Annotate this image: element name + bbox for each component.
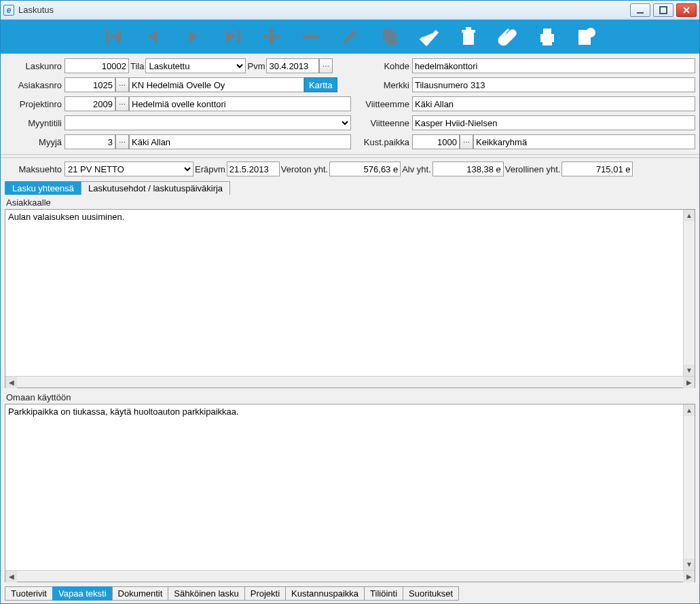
svg-marker-5 xyxy=(189,30,198,43)
scroll-up-icon[interactable]: ▲ xyxy=(684,210,695,221)
scroll-down-icon[interactable]: ▼ xyxy=(684,364,695,376)
maksuehto-select[interactable]: 21 PV NETTO xyxy=(65,162,194,176)
kohde-label: Kohde xyxy=(351,61,412,71)
print-icon[interactable] xyxy=(534,23,561,50)
alv-label: Alv yht. xyxy=(401,164,432,174)
pvm-input[interactable] xyxy=(266,58,319,73)
scroll-right-icon[interactable]: ▶ xyxy=(683,377,695,388)
kustpaikka-lookup-button[interactable]: ⋯ xyxy=(460,134,473,149)
alv-input[interactable] xyxy=(432,162,504,176)
viitteenne-label: Viitteenne xyxy=(351,118,412,128)
kartta-button[interactable]: Kartta xyxy=(304,77,337,92)
merkki-input[interactable] xyxy=(412,77,695,92)
tab-dokumentit[interactable]: Dokumentit xyxy=(112,586,169,601)
next-record-icon[interactable] xyxy=(179,23,206,50)
scroll-down-icon[interactable]: ▼ xyxy=(684,559,695,570)
kustpaikka-label: Kust.paikka xyxy=(351,137,412,147)
svg-marker-6 xyxy=(225,30,236,43)
add-icon[interactable] xyxy=(258,23,285,50)
merkki-label: Merkki xyxy=(351,80,412,90)
tab-sahkoinen-lasku[interactable]: Sähköinen lasku xyxy=(168,586,244,601)
projektinro-lookup-button[interactable]: ⋯ xyxy=(115,96,129,111)
asiakasnro-label: Asiakasnro xyxy=(5,80,65,90)
minimize-button[interactable] xyxy=(630,3,650,17)
asiakas-name-input[interactable] xyxy=(129,77,304,92)
tab-projekti[interactable]: Projekti xyxy=(244,586,286,601)
svg-rect-16 xyxy=(466,27,471,30)
content-area: Laskunro Tila Laskutettu Pvm ⋯ Kohde Asi… xyxy=(1,54,699,603)
bottom-tabs: Tuoterivit Vapaa teksti Dokumentit Sähkö… xyxy=(1,584,699,603)
prev-record-icon[interactable] xyxy=(140,23,167,50)
tab-tuoterivit[interactable]: Tuoterivit xyxy=(5,586,53,601)
asiakkaalle-textarea[interactable]: Aulan valaisuksen uusiminen. xyxy=(5,210,695,376)
scroll-left-icon[interactable]: ◀ xyxy=(5,377,17,388)
titlebar: e Laskutus xyxy=(1,1,699,20)
horizontal-scrollbar[interactable]: ◀ ▶ xyxy=(5,570,695,582)
first-record-icon[interactable] xyxy=(100,23,128,50)
subtab-laskutusehdot[interactable]: Laskutusehdot / laskutuspäiväkirja xyxy=(81,181,230,195)
maksuehto-label: Maksuehto xyxy=(5,164,65,174)
svg-rect-13 xyxy=(387,33,397,45)
tab-vapaa-teksti[interactable]: Vapaa teksti xyxy=(52,586,113,601)
last-record-icon[interactable] xyxy=(219,23,246,50)
asiakkaalle-textarea-wrap: Aulan valaisuksen uusiminen. ▲ ▼ ◀ ▶ xyxy=(5,209,695,388)
asiakkaalle-label: Asiakkaalle xyxy=(5,196,695,209)
viitteemme-input[interactable] xyxy=(412,96,695,111)
copy-icon[interactable] xyxy=(376,23,403,50)
myyja-name-input[interactable] xyxy=(129,134,351,149)
kohde-input[interactable] xyxy=(412,58,695,73)
svg-rect-1 xyxy=(660,7,667,14)
app-icon: e xyxy=(3,5,14,16)
projektinro-label: Projektinro xyxy=(5,99,65,109)
verollinen-label: Verollinen yht. xyxy=(504,164,562,174)
confirm-icon[interactable] xyxy=(416,23,443,50)
kustpaikka-input[interactable] xyxy=(412,134,460,149)
close-button[interactable] xyxy=(676,3,697,17)
horizontal-scrollbar[interactable]: ◀ ▶ xyxy=(5,376,695,388)
svg-rect-9 xyxy=(263,35,280,39)
scroll-up-icon[interactable]: ▲ xyxy=(684,404,695,416)
erapvm-input[interactable] xyxy=(227,162,280,176)
pvm-picker-button[interactable]: ⋯ xyxy=(319,58,333,73)
projektinro-input[interactable] xyxy=(65,96,115,111)
scroll-left-icon[interactable]: ◀ xyxy=(5,571,17,582)
tab-kustannuspaikka[interactable]: Kustannuspaikka xyxy=(285,586,365,601)
tila-select[interactable]: Laskutettu xyxy=(145,58,246,73)
remove-icon[interactable] xyxy=(297,23,325,50)
tab-suoritukset[interactable]: Suoritukset xyxy=(403,586,459,601)
scroll-right-icon[interactable]: ▶ xyxy=(683,571,695,582)
myyja-lookup-button[interactable]: ⋯ xyxy=(115,134,129,149)
tab-tilioniti[interactable]: Tiliöinti xyxy=(364,586,403,601)
svg-rect-7 xyxy=(238,30,240,43)
edit-icon[interactable] xyxy=(337,23,364,50)
app-window: e Laskutus xyxy=(0,0,700,604)
viitteenne-input[interactable] xyxy=(412,115,695,130)
asiakasnro-input[interactable] xyxy=(65,77,115,92)
attachment-icon[interactable] xyxy=(494,23,521,50)
svg-rect-18 xyxy=(543,29,551,34)
trash-icon[interactable] xyxy=(455,23,482,50)
omaan-textarea[interactable]: Parkkipaikka on tiukassa, käytä huoltoau… xyxy=(5,404,695,571)
svg-rect-15 xyxy=(462,30,475,33)
myyntitili-label: Myyntitili xyxy=(5,118,65,128)
kustpaikka-name-input[interactable] xyxy=(473,134,695,149)
projekti-name-input[interactable] xyxy=(129,96,351,111)
myyja-input[interactable] xyxy=(65,134,115,149)
svg-marker-11 xyxy=(344,30,357,43)
laskunro-label: Laskunro xyxy=(5,61,65,71)
veroton-label: Veroton yht. xyxy=(280,164,329,174)
divider xyxy=(1,154,699,158)
vertical-scrollbar[interactable]: ▲ ▼ xyxy=(683,210,695,376)
laskunro-input[interactable] xyxy=(65,58,129,73)
asiakasnro-lookup-button[interactable]: ⋯ xyxy=(115,77,129,92)
export-icon[interactable] xyxy=(573,23,600,50)
verollinen-input[interactable] xyxy=(561,162,633,176)
veroton-input[interactable] xyxy=(329,162,401,176)
omaan-label: Omaan käyttöön xyxy=(5,391,695,404)
subtab-lasku-yhteensa[interactable]: Lasku yhteensä xyxy=(5,181,81,195)
svg-marker-4 xyxy=(148,30,158,43)
vertical-scrollbar[interactable]: ▲ ▼ xyxy=(683,404,695,571)
maximize-button[interactable] xyxy=(653,3,674,17)
myyntitili-select[interactable] xyxy=(65,115,351,130)
erapvm-label: Eräpvm xyxy=(194,164,227,174)
